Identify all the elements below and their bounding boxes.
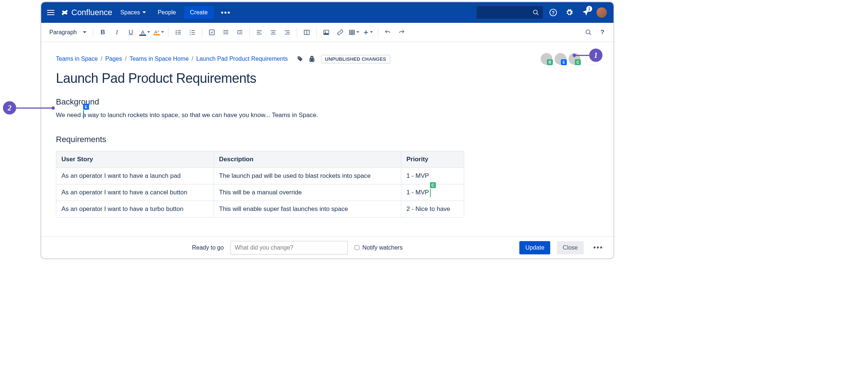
table-cell[interactable]: As an operator I want to have a cancel b… — [56, 184, 214, 201]
create-button[interactable]: Create — [184, 6, 214, 19]
highlight-button[interactable]: A° — [152, 26, 166, 39]
more-actions-icon[interactable]: ••• — [590, 241, 606, 254]
outdent-button[interactable] — [219, 26, 232, 39]
notify-watchers-text: Notify watchers — [362, 244, 402, 251]
align-left-button[interactable] — [253, 26, 266, 39]
table-cell[interactable]: 2 - Nice to have — [401, 201, 464, 217]
table-row[interactable]: As an operator I want to have a turbo bu… — [56, 201, 464, 217]
close-button[interactable]: Close — [557, 241, 584, 254]
notify-watchers-checkbox[interactable] — [355, 245, 359, 250]
table-header[interactable]: Description — [214, 151, 401, 167]
product-name: Confluence — [71, 8, 112, 17]
editor-footer: Ready to go Notify watchers Update Close… — [41, 236, 613, 258]
underline-button[interactable]: U — [124, 26, 138, 39]
align-right-button[interactable] — [281, 26, 294, 39]
confluence-logo[interactable]: Confluence — [60, 8, 112, 17]
table-cell[interactable]: As an operator I want to have a launch p… — [56, 167, 214, 184]
breadcrumb-sep: / — [101, 56, 102, 62]
paragraph-style-select[interactable]: Paragraph — [46, 27, 90, 38]
svg-point-8 — [175, 33, 177, 35]
svg-point-0 — [533, 10, 537, 14]
table-row[interactable]: As an operator I want to have a launch p… — [56, 167, 464, 184]
nav-more-icon[interactable]: ••• — [218, 6, 234, 19]
section-heading-requirements[interactable]: Requirements — [56, 135, 599, 144]
table-button[interactable] — [348, 26, 361, 39]
version-comment-input[interactable] — [230, 241, 348, 255]
background-text: We need a way to launch rockets into spa… — [56, 112, 318, 119]
number-list-button[interactable]: 123 — [186, 26, 199, 39]
remote-cursor-e: E — [83, 110, 84, 119]
table-cell[interactable]: As an operator I want to have a turbo bu… — [56, 201, 214, 217]
table-header[interactable]: Priority — [401, 151, 464, 167]
breadcrumb-link[interactable]: Teams in Space — [56, 56, 98, 62]
undo-button[interactable] — [381, 26, 394, 39]
help-button[interactable]: ? — [596, 26, 609, 39]
remote-cursor-flag: C — [430, 182, 436, 188]
italic-button[interactable]: I — [110, 26, 124, 39]
svg-rect-11 — [191, 30, 195, 31]
chevron-down-icon — [161, 31, 164, 33]
align-center-button[interactable] — [267, 26, 280, 39]
svg-point-4 — [175, 30, 177, 31]
svg-rect-31 — [285, 33, 290, 34]
text-color-button[interactable]: A — [138, 26, 152, 39]
svg-point-35 — [325, 31, 326, 32]
chevron-down-icon — [83, 31, 86, 33]
bold-button[interactable]: B — [96, 26, 110, 39]
table-cell[interactable]: 1 - MVP — [401, 167, 464, 184]
redo-button[interactable] — [395, 26, 408, 39]
nav-people[interactable]: People — [154, 6, 180, 19]
table-header[interactable]: User Story — [56, 151, 214, 167]
svg-rect-17 — [223, 30, 228, 31]
background-paragraph[interactable]: We need a way to launch rockets into spa… — [56, 110, 599, 120]
chevron-down-icon — [147, 31, 150, 33]
link-button[interactable] — [334, 26, 347, 39]
table-cell[interactable]: This will be a manual override — [214, 184, 401, 201]
table-cell[interactable]: This will enable super fast launches int… — [214, 201, 401, 217]
find-button[interactable] — [582, 26, 595, 39]
collaborator-avatar[interactable]: E — [554, 52, 567, 66]
breadcrumb-link[interactable]: Pages — [105, 56, 122, 62]
svg-rect-23 — [257, 30, 262, 31]
section-heading-background[interactable]: Background — [56, 97, 599, 107]
settings-icon[interactable] — [563, 7, 575, 18]
svg-rect-26 — [271, 30, 276, 31]
breadcrumbs: Teams in Space / Pages / Teams in Space … — [56, 56, 288, 62]
task-list-button[interactable] — [205, 26, 218, 39]
help-icon[interactable]: ? — [547, 7, 559, 18]
breadcrumb-link[interactable]: Teams in Space Home — [129, 56, 189, 62]
annotation-2: 2 — [3, 101, 16, 114]
image-button[interactable] — [320, 26, 333, 39]
restrictions-icon[interactable] — [309, 56, 315, 62]
requirements-table[interactable]: User Story Description Priority As an op… — [56, 151, 464, 218]
svg-rect-22 — [237, 33, 242, 34]
search-box[interactable] — [477, 6, 543, 19]
collaborator-initial: E — [561, 59, 567, 65]
app-switcher-icon[interactable] — [47, 8, 56, 17]
svg-rect-21 — [239, 32, 242, 32]
svg-rect-36 — [349, 30, 355, 35]
table-cell[interactable]: The launch pad will be used to blast roc… — [214, 167, 401, 184]
svg-rect-28 — [271, 33, 276, 34]
page-title[interactable]: Launch Pad Product Requirements — [56, 71, 599, 86]
label-icon[interactable] — [297, 56, 303, 62]
bullet-list-button[interactable] — [172, 26, 185, 39]
svg-text:?: ? — [552, 10, 555, 15]
table-cell[interactable]: 1 - MVP C — [401, 184, 464, 201]
svg-point-6 — [175, 32, 177, 33]
indent-button[interactable] — [233, 26, 246, 39]
global-nav: Confluence Spaces People Create ••• ? 1 — [41, 2, 613, 23]
layout-button[interactable] — [300, 26, 313, 39]
profile-avatar[interactable] — [596, 7, 608, 18]
breadcrumb-sep: / — [192, 56, 193, 62]
editor-content[interactable]: Teams in Space / Pages / Teams in Space … — [41, 42, 613, 236]
table-row[interactable]: As an operator I want to have a cancel b… — [56, 184, 464, 201]
breadcrumb-link[interactable]: Launch Pad Product Requirements — [196, 56, 288, 62]
svg-point-45 — [298, 57, 299, 58]
nav-spaces[interactable]: Spaces — [117, 6, 149, 19]
insert-more-button[interactable] — [362, 26, 375, 39]
update-button[interactable]: Update — [519, 241, 550, 254]
notifications-icon[interactable]: 1 — [580, 7, 591, 18]
collaborator-avatar[interactable]: R — [540, 52, 553, 66]
notify-watchers-label[interactable]: Notify watchers — [355, 244, 402, 251]
